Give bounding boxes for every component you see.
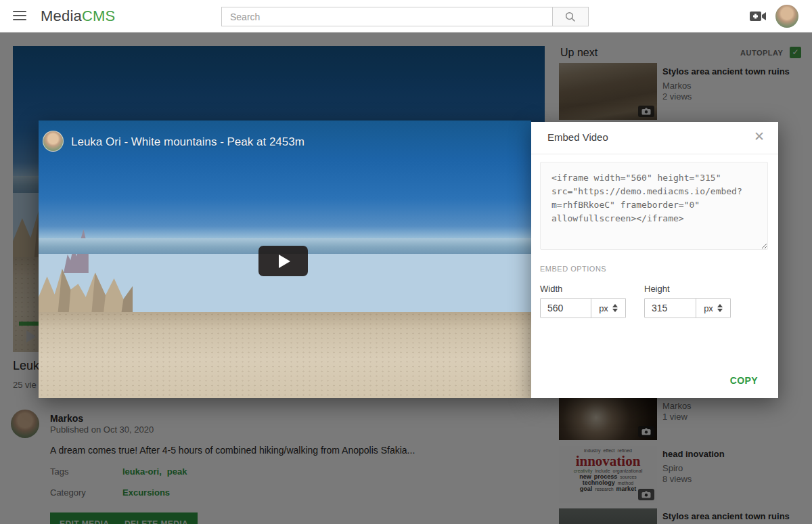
embed-code-textarea[interactable]: <iframe width="560" height="315" src="ht… xyxy=(540,162,768,250)
modal-divider xyxy=(531,154,778,154)
width-input[interactable] xyxy=(540,298,591,318)
copy-button[interactable]: COPY xyxy=(730,375,758,386)
embed-video-modal: Embed Video ✕ <iframe width="560" height… xyxy=(531,122,778,398)
modal-title: Embed Video xyxy=(547,131,608,143)
preview-video-title[interactable]: Leuka Ori - White mountains - Peak at 24… xyxy=(71,135,304,149)
mediacms-app: MediaCMS xyxy=(0,0,812,524)
play-icon xyxy=(279,255,290,268)
preview-author-avatar[interactable] xyxy=(43,131,64,152)
search-button[interactable] xyxy=(552,7,589,26)
height-unit-select[interactable]: px xyxy=(696,298,731,318)
height-input[interactable] xyxy=(644,298,696,318)
brand-media-text: Media xyxy=(41,7,82,24)
video-upload-icon xyxy=(749,9,767,23)
width-unit-select[interactable]: px xyxy=(591,298,626,318)
width-label: Width xyxy=(540,284,562,294)
search-bar xyxy=(221,7,589,26)
close-icon[interactable]: ✕ xyxy=(754,129,765,144)
updown-arrows-icon xyxy=(717,304,723,312)
top-header: MediaCMS xyxy=(0,0,812,32)
updown-arrows-icon xyxy=(612,304,618,312)
preview-play-button[interactable] xyxy=(258,246,308,276)
search-input[interactable] xyxy=(221,7,552,26)
brand-cms-text: CMS xyxy=(82,7,116,24)
user-avatar[interactable] xyxy=(775,5,798,28)
height-label: Height xyxy=(644,284,670,294)
brand-logo[interactable]: MediaCMS xyxy=(41,7,115,25)
search-icon xyxy=(564,11,577,23)
embed-preview-player[interactable]: Leuka Ori - White mountains - Peak at 24… xyxy=(39,121,531,398)
width-unit-value: px xyxy=(599,303,608,313)
height-unit-value: px xyxy=(704,303,713,313)
embed-options-label: EMBED OPTIONS xyxy=(540,265,606,273)
hamburger-menu-icon[interactable] xyxy=(13,11,26,21)
upload-media-button[interactable] xyxy=(749,9,767,23)
